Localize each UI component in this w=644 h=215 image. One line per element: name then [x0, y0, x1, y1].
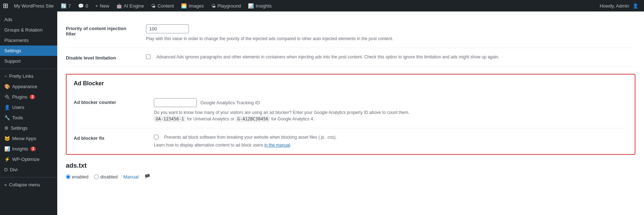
plugins-icon: 🔌 — [4, 94, 10, 100]
images-label: Images — [189, 3, 204, 9]
ads-txt-info-icon[interactable]: 🏴 — [144, 174, 150, 180]
ads-txt-enabled-radio[interactable] — [66, 175, 70, 179]
sidebar-item-collapse[interactable]: « Collapse menu — [0, 180, 57, 190]
sidebar: Ads Groups & Rotation Placements Setting… — [0, 11, 57, 215]
updates-count: 7 — [68, 3, 71, 9]
adminbar-images[interactable]: 🌅 Images — [178, 0, 207, 11]
ads-txt-radio-group: enabled disabled Manual 🏴 — [66, 174, 635, 180]
insights-badge: 3 — [30, 147, 36, 151]
sidebar-item-divi[interactable]: D Divi — [0, 164, 57, 175]
ad-blocker-fix-checkbox[interactable] — [154, 135, 158, 139]
sidebar-item-tools[interactable]: 🔧 Tools — [0, 113, 57, 123]
divi-icon: D — [4, 167, 8, 172]
adminbar-updates[interactable]: 🔄 7 — [58, 0, 74, 11]
ads-txt-disabled-radio[interactable] — [94, 175, 99, 179]
adminbar-playground[interactable]: 🌤 Playground — [208, 0, 244, 11]
ads-txt-manual-link[interactable]: Manual — [123, 174, 139, 180]
users-icon: 👤 — [4, 105, 10, 110]
ad-blocker-fix-content: Prevents ad block software from breaking… — [154, 134, 628, 148]
ad-blocker-title: Ad Blocker — [74, 80, 628, 87]
settings-label: Settings — [4, 48, 21, 53]
content-icon: 🌤 — [151, 3, 156, 9]
plugins-badge: 3 — [30, 95, 35, 99]
adminbar-new[interactable]: + New — [92, 0, 112, 11]
priority-content: Play with this value in order to change … — [146, 24, 635, 42]
ads-label: Ads — [4, 17, 12, 22]
priority-description: Play with this value in order to change … — [146, 35, 635, 42]
sidebar-item-appearance[interactable]: 🎨 Appearance — [0, 81, 57, 92]
pretty-links-icon: ~ — [4, 73, 7, 79]
collapse-label: Collapse menu — [9, 182, 40, 187]
insights-bar-label: Insights — [255, 3, 272, 9]
adminbar-content[interactable]: 🌤 Content — [148, 0, 177, 11]
playground-label: Playground — [218, 3, 241, 9]
adminbar-insights[interactable]: 📊 Insights — [245, 0, 274, 11]
adminbar-site-name: My WordPress Site — [14, 3, 54, 9]
sidebar-item-support[interactable]: Support — [0, 56, 57, 66]
ua-code: UA-123456-1 — [154, 116, 186, 122]
comments-count: 0 — [86, 3, 88, 9]
sidebar-item-users[interactable]: 👤 Users — [0, 102, 57, 113]
plus-icon: + — [95, 3, 98, 9]
sidebar-item-ads[interactable]: Ads — [0, 14, 57, 25]
sidebar-item-placements[interactable]: Placements — [0, 35, 57, 46]
adminbar-ai-engine[interactable]: 🤖 AI Engine — [113, 0, 147, 11]
for-ga4-text: for Google Analytics 4. — [271, 116, 314, 121]
ad-blocker-section: Ad Blocker Ad blocker counter Google Ana… — [66, 74, 635, 155]
divi-label: Divi — [10, 167, 18, 172]
ads-txt-enabled-option[interactable]: enabled — [66, 174, 88, 180]
sidebar-item-wp-optimize[interactable]: ⚡ WP-Optimize — [0, 154, 57, 164]
tools-label: Tools — [12, 115, 23, 120]
for-universal-text: for Universal Analytics or — [187, 116, 234, 121]
insights-bar-icon: 📊 — [248, 3, 254, 9]
appearance-label: Appearance — [12, 84, 37, 89]
support-label: Support — [4, 58, 21, 64]
ad-blocker-learn-text: Learn how to display alternative content… — [154, 142, 628, 148]
ai-engine-label: AI Engine — [124, 3, 144, 9]
insights-label: Insights — [12, 146, 28, 152]
settings-main-icon: ⚙ — [4, 125, 9, 131]
admin-bar: ⊞ My WordPress Site 🔄 7 💬 0 + New 🤖 AI E… — [0, 0, 644, 11]
sidebar-item-plugins[interactable]: 🔌 Plugins 3 — [0, 92, 57, 102]
manual-link[interactable]: in the manual — [264, 143, 290, 148]
main-content: Priority of content injection filter Pla… — [57, 11, 644, 215]
adminbar-site[interactable]: My WordPress Site — [11, 0, 57, 11]
priority-row: Priority of content injection filter Pla… — [66, 19, 635, 48]
ads-txt-disabled-label: disabled — [100, 174, 117, 180]
groups-rotation-label: Groups & Rotation — [4, 27, 43, 33]
howdy-text: Howdy, Admin — [600, 3, 629, 9]
ad-blocker-fix-label: Ad blocker fix — [74, 134, 145, 141]
disable-level-label: Disable level limitation — [66, 54, 137, 61]
sidebar-item-groups-rotation[interactable]: Groups & Rotation — [0, 25, 57, 35]
meow-apps-icon: 🐱 — [4, 136, 10, 141]
content-label: Content — [157, 3, 174, 9]
sidebar-item-settings[interactable]: Settings — [0, 46, 57, 56]
playground-icon: 🌤 — [211, 3, 216, 9]
ai-engine-icon: 🤖 — [116, 3, 122, 9]
disable-level-checkbox[interactable] — [146, 54, 151, 59]
users-label: Users — [12, 105, 24, 110]
analytics-id-input[interactable] — [154, 98, 197, 107]
ad-blocker-fix-description: Prevents ad block software from breaking… — [164, 134, 337, 140]
ad-blocker-counter-label: Ad blocker counter — [74, 98, 145, 105]
ga4-code: G-A12BC30456 — [235, 116, 270, 122]
sidebar-item-meow-apps[interactable]: 🐱 Meow Apps — [0, 133, 57, 144]
meow-apps-label: Meow Apps — [12, 136, 36, 141]
wp-logo-icon[interactable]: ⊞ — [3, 2, 8, 10]
priority-input[interactable] — [146, 24, 189, 33]
ads-txt-disabled-option[interactable]: disabled — [94, 174, 117, 180]
appearance-icon: 🎨 — [4, 84, 10, 89]
images-icon: 🌅 — [181, 3, 187, 9]
tools-icon: 🔧 — [4, 115, 10, 120]
placements-label: Placements — [4, 38, 29, 43]
admin-avatar-icon[interactable]: 👤 — [633, 3, 638, 9]
wp-optimize-icon: ⚡ — [4, 157, 10, 162]
settings-main-label: Settings — [11, 125, 28, 131]
adminbar-comments[interactable]: 💬 0 — [75, 0, 91, 11]
sidebar-item-settings-main[interactable]: ⚙ Settings — [0, 123, 57, 133]
analytics-tracking-id-label: Google Analytics Tracking ID — [200, 100, 260, 105]
plugins-label: Plugins — [12, 94, 28, 100]
disable-level-description: Advanced Ads ignores paragraphs and othe… — [156, 54, 499, 60]
sidebar-item-insights[interactable]: 📊 Insights 3 — [0, 144, 57, 154]
sidebar-item-pretty-links[interactable]: ~ Pretty Links — [0, 71, 57, 81]
